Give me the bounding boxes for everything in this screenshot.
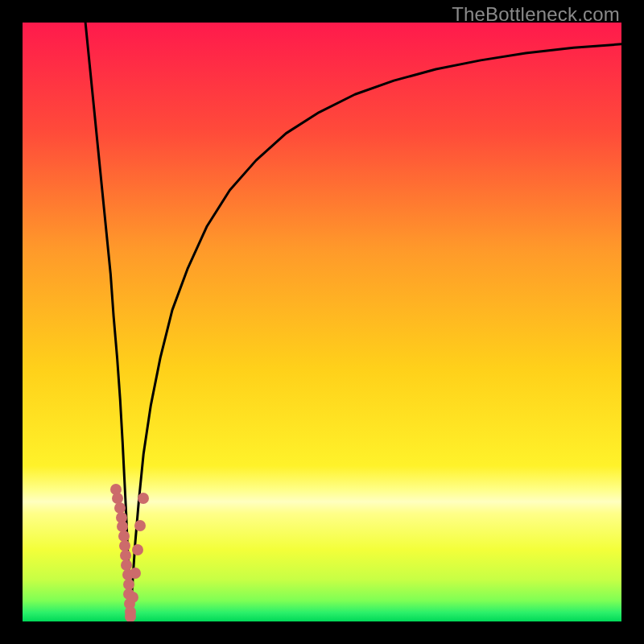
watermark-text: TheBottleneck.com <box>452 3 620 26</box>
plot-area <box>23 23 621 621</box>
data-dot <box>130 568 141 579</box>
data-dot <box>138 493 149 504</box>
data-dot <box>127 592 138 603</box>
data-dot <box>134 520 146 531</box>
data-dots <box>23 23 621 621</box>
chart-frame: TheBottleneck.com <box>0 0 644 644</box>
data-dot <box>132 544 143 555</box>
data-dot <box>125 611 136 621</box>
